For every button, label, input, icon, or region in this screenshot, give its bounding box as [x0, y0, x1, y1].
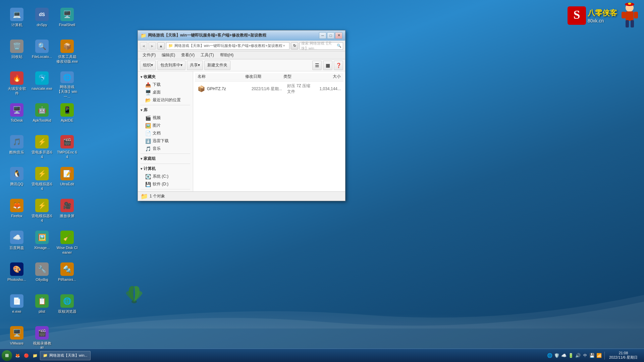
desktop-icon-shuangji[interactable]: 🌐 双核浏览器 [55, 292, 79, 322]
icon-label-e-exe: e.exe [12, 309, 21, 314]
help-icon[interactable]: ❓ [334, 61, 343, 70]
desktop-icon-e-exe[interactable]: 📄 e.exe [5, 292, 29, 322]
sidebar-item-thunder[interactable]: ⬇️ 迅雷下载 [138, 137, 193, 145]
systray-input[interactable]: 中 [582, 353, 588, 359]
search-box[interactable]: 搜索 网络游戏【天珠】win... 🔍 [300, 42, 343, 50]
sidebar-item-music[interactable]: 🎵 音乐 [138, 145, 193, 153]
address-dropdown-icon[interactable]: ▾ [283, 44, 285, 48]
sidebar-computer-header[interactable]: 计算机 [138, 165, 193, 173]
status-bar: 📁 1 个对象 [138, 191, 345, 201]
taskbar-task-explorer[interactable]: 📁 网络游戏【天珠】win... [40, 351, 91, 360]
address-path-text: 网络游戏【天珠】win一键即玩服务端+客户端+修改教程+架设教程 [174, 43, 282, 48]
systray-wifi[interactable]: 📶 [596, 353, 602, 359]
col-header-size[interactable]: 大小 [312, 74, 341, 79]
desktop-icon-ollydbg[interactable]: 🔧 Ollydbg [30, 260, 54, 290]
sidebar-item-video[interactable]: 🎬 视频 [138, 114, 193, 122]
sidebar-item-document[interactable]: 📄 文档 [138, 129, 193, 137]
menu-edit[interactable]: 编辑(E) [159, 52, 178, 59]
menu-tools[interactable]: 工具(T) [198, 52, 216, 59]
menu-help[interactable]: 帮助(H) [217, 52, 236, 59]
icon-label-ollydbg: Ollydbg [36, 277, 48, 282]
desktop-icon-leidiannizhen64[interactable]: ⚡ 雷电模拟器64 [30, 196, 54, 226]
up-button[interactable]: ▲ [157, 42, 165, 50]
systray-cloud[interactable]: ☁️ [561, 353, 567, 359]
desktop-icon-jisuanji[interactable]: 💻 计算机 [5, 5, 29, 35]
taskbar-firefox-icon[interactable]: 🦊 [14, 352, 21, 359]
desktop-icon-navicate[interactable]: 🐬 navicate.exe [30, 69, 54, 99]
icon-label-photoshop: Photosho... [7, 277, 26, 282]
close-button[interactable]: ✕ [335, 32, 342, 39]
desktop-icon-todesk[interactable]: 🖥️ ToDesk [5, 101, 29, 131]
refresh-button[interactable]: ↻ [291, 42, 298, 50]
icon-label-tencentqq: 腾讯QQ [10, 182, 23, 186]
menu-file[interactable]: 文件(F) [140, 52, 158, 59]
share-button[interactable]: 共享▾ [187, 61, 203, 70]
desktop-icon-leidiankaifahe[interactable]: ⚡ 雷电多开器64 [30, 132, 54, 163]
desktop-icon-kehu-gongju[interactable]: 📦 供客工具箱修改动版.exe [55, 37, 79, 67]
desktop-icon-dnspy[interactable]: dS dnSpy [30, 5, 54, 35]
icon-label-qqyinyue: 酷狗音乐 [9, 150, 24, 155]
sidebar-item-image[interactable]: 🖼️ 图片 [138, 122, 193, 129]
include-library-button[interactable]: 包含到库中▾ [157, 61, 185, 70]
systray-storage[interactable]: 💾 [589, 353, 595, 359]
desktop-icon-filelocator[interactable]: 🔍 FileLocato... [30, 37, 54, 67]
sidebar-item-xiazai[interactable]: 📥 下载 [138, 81, 193, 88]
brand-section: S 八零侠客 80xk.cn [568, 3, 641, 29]
back-button[interactable]: ◄ [140, 42, 147, 50]
view-options-button[interactable]: ☰ [312, 61, 322, 70]
organize-button[interactable]: 组织▾ [140, 61, 156, 70]
start-button[interactable]: ⊞ [2, 350, 12, 361]
desktop-icon-huobao[interactable]: 🔥 火绒安全软件 [5, 69, 29, 99]
sidebar-item-zhuomian[interactable]: 🖥️ 桌面 [138, 88, 193, 96]
taskbar-app3-icon[interactable]: 📁 [31, 352, 39, 359]
file-size-gphtz: 1,034,144... [314, 86, 341, 91]
systray-battery[interactable]: 🔋 [568, 353, 574, 359]
desktop-icon-firefox[interactable]: 🦊 Firefox [5, 196, 29, 226]
new-folder-button[interactable]: 新建文件夹 [204, 61, 230, 70]
sidebar-homegroup-header[interactable]: 家庭组 [138, 155, 193, 163]
forward-button[interactable]: ► [149, 42, 156, 50]
sidebar-item-c-drive[interactable]: 💽 系统 (C:) [138, 173, 193, 180]
col-header-name[interactable]: 名称 [198, 74, 245, 79]
systray-antivirus[interactable]: 🛡️ [554, 353, 560, 359]
sidebar-favorites-header[interactable]: 收藏夹 [138, 73, 193, 81]
clock[interactable]: 21:08 2022/11/6 星期日 [607, 351, 640, 360]
desktop-icon-ultraedit[interactable]: 📝 UltraEdit [55, 164, 79, 194]
systray-network[interactable]: 🌐 [547, 353, 553, 359]
address-input[interactable]: 📁 网络游戏【天珠】win一键即玩服务端+客户端+修改教程+架设教程 ▾ [166, 42, 289, 50]
desktop-icon-wise-disk-cleaner[interactable]: 🧹 Wise Disk Cleaner [55, 228, 79, 258]
sidebar-item-zuijin[interactable]: 📂 最近访问的位置 [138, 96, 193, 104]
icon-label-apkide: ApkIDE [61, 118, 73, 123]
desktop-icon-finalshell[interactable]: 🖥️ FinalShell [55, 5, 79, 35]
download-folder-icon: 📥 [145, 82, 151, 87]
desktop-icon-baiduwangpan[interactable]: ☁️ 百度网盘 [5, 228, 29, 258]
menu-view[interactable]: 查看(V) [178, 52, 197, 59]
desktop-icon-ximage[interactable]: 🖼️ XImage... [30, 228, 54, 258]
desktop-icon-patramin[interactable]: 🔩 PtRamini... [55, 260, 79, 290]
sidebar-library-header[interactable]: 库 [138, 106, 193, 114]
preview-pane-button[interactable]: ▦ [323, 61, 332, 70]
minimize-button[interactable]: ─ [319, 32, 326, 39]
desktop-icon-leidiannizhen[interactable]: ⚡ 雷电模拟器64 [30, 164, 54, 194]
desktop-icon-wangluo-youxi[interactable]: 🌐 网络游戏【天珠】win一... [55, 69, 79, 99]
desktop-icon-tmpgenc[interactable]: 🎬 TMPGEnc 64 [55, 132, 79, 163]
maximize-button[interactable]: □ [327, 32, 334, 39]
icon-label-ultraedit: UltraEdit [60, 182, 74, 186]
status-folder-icon: 📁 [141, 193, 148, 200]
systray-speaker[interactable]: 🔊 [575, 353, 581, 359]
desktop-icon-plist[interactable]: 📋 plist [30, 292, 54, 322]
sidebar-item-d-drive[interactable]: 💾 软件 (D:) [138, 180, 193, 188]
col-header-type[interactable]: 类型 [283, 74, 312, 79]
col-header-date[interactable]: 修改日期 [245, 74, 283, 79]
status-text: 1 个对象 [150, 193, 165, 199]
desktop-icon-tencentqq[interactable]: 🐧 腾讯QQ [5, 164, 29, 194]
desktop-icon-photoshop[interactable]: 🎨 Photosho... [5, 260, 29, 290]
thunder-folder-icon: ⬇️ [145, 138, 151, 144]
desktop-icon-huisouzhan[interactable]: 🗑️ 回收站 [5, 37, 29, 67]
file-item-gphtz[interactable]: 📦 GPHTZ.7z 2022/11/6 星期... 好压 7Z 压缩文件 1,… [195, 82, 343, 96]
desktop-icon-bofujuping[interactable]: 🎥 播放录屏 [55, 196, 79, 226]
desktop-icon-apktoolaid[interactable]: 🤖 ApkToolAid [30, 101, 54, 131]
desktop-icon-qqyinyue[interactable]: 🎵 酷狗音乐 [5, 132, 29, 163]
desktop-icon-apkide[interactable]: 📱 ApkIDE [55, 101, 79, 131]
taskbar-app2-icon[interactable]: 🔴 [22, 352, 30, 359]
